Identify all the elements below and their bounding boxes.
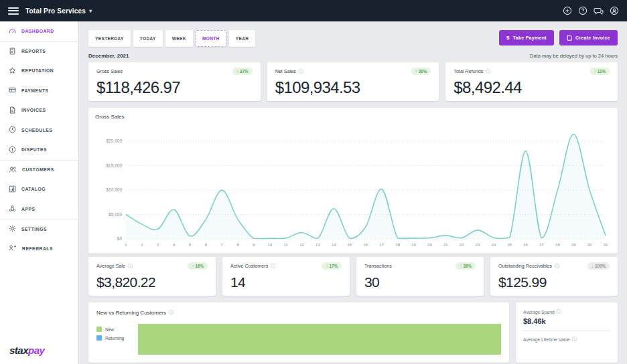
customers-bar-track xyxy=(138,324,501,355)
tab-yesterday[interactable]: Yesterday xyxy=(88,30,131,47)
gross-sales-chart: $0$5,000$10,000$15,000$20,00012345678910… xyxy=(95,121,611,250)
trend-badge: ↑ 11% xyxy=(590,68,610,75)
stat-label: Outstanding Receivables xyxy=(498,263,552,269)
data-delay-note: Data may be delayed by up to 24 hours xyxy=(530,53,618,59)
svg-text:19: 19 xyxy=(411,243,416,247)
sidebar-item-disputes[interactable]: Disputes xyxy=(0,140,78,160)
avg-spend-label: Average Spend xyxy=(523,310,555,314)
gross-sales-card: Gross Sales ↑ 37% $118,426.97 xyxy=(88,62,261,101)
net-sales-card: Net Sales ⓘ ↑ 30% $109,934.53 xyxy=(267,62,439,101)
sidebar-item-catalog[interactable]: Catalog xyxy=(0,179,78,199)
bottom-row: New vs Returning Customers ⓘ New Returni… xyxy=(88,302,618,363)
sidebar-item-apps[interactable]: Apps xyxy=(0,199,78,219)
returning-swatch xyxy=(96,335,102,341)
referrals-icon xyxy=(9,244,17,252)
main-content: Yesterday Today Week Month Year $ Take P… xyxy=(79,21,627,364)
new-vs-returning-card: New vs Returning Customers ⓘ New Returni… xyxy=(88,302,509,363)
svg-text:2: 2 xyxy=(141,243,143,247)
stat-label: Average Sale xyxy=(96,263,125,269)
legend: New Returning xyxy=(96,324,138,355)
svg-text:20: 20 xyxy=(427,243,432,247)
company-selector[interactable]: Total Pro Services ▾ xyxy=(25,7,92,15)
stat-label: Total Refunds xyxy=(454,68,483,74)
sidebar-item-settings[interactable]: Settings xyxy=(0,219,78,239)
svg-text:25: 25 xyxy=(507,243,512,247)
chevron-down-icon: ▾ xyxy=(89,8,92,14)
chart-title: Gross Sales xyxy=(95,114,611,120)
sidebar: Dashboard Reports Reputation Payments In… xyxy=(0,21,79,364)
info-icon[interactable]: ⓘ xyxy=(299,68,303,75)
sidebar-item-referrals[interactable]: Referrals xyxy=(0,239,78,259)
svg-text:$15,000: $15,000 xyxy=(107,163,123,168)
stat-label: Net Sales xyxy=(275,68,296,74)
add-icon[interactable] xyxy=(563,6,572,15)
trend-badge: ↓ 100% xyxy=(587,262,610,270)
dashboard-icon xyxy=(9,27,16,35)
total-refunds-card: Total Refunds ⓘ ↑ 11% $8,492.44 xyxy=(445,62,618,101)
gear-icon xyxy=(9,225,16,233)
svg-text:22: 22 xyxy=(460,243,464,247)
tab-year[interactable]: Year xyxy=(229,30,256,47)
info-icon[interactable]: ⓘ xyxy=(271,263,275,270)
sidebar-item-dashboard[interactable]: Dashboard xyxy=(0,21,78,41)
svg-text:26: 26 xyxy=(523,243,528,247)
tab-week[interactable]: Week xyxy=(165,30,193,47)
avg-spend-value: $8.46k xyxy=(523,317,610,325)
stat-value: $118,426.97 xyxy=(96,78,253,97)
svg-text:10: 10 xyxy=(267,243,272,247)
bottom-stats-row: Average Sale ⓘ ↑ 16% $3,820.22 Active Cu… xyxy=(88,257,618,296)
sidebar-item-reputation[interactable]: Reputation xyxy=(0,61,78,81)
svg-text:21: 21 xyxy=(443,243,448,247)
sidebar-item-payments[interactable]: Payments xyxy=(0,81,78,101)
top-stats-row: Gross Sales ↑ 37% $118,426.97 Net Sales … xyxy=(88,62,618,101)
stat-value: 14 xyxy=(230,274,342,290)
svg-text:28: 28 xyxy=(555,243,560,247)
info-icon[interactable]: ⓘ xyxy=(555,263,559,270)
take-payment-button[interactable]: $ Take Payment xyxy=(499,30,554,46)
trend-badge: ↑ 36% xyxy=(456,262,476,270)
chat-icon[interactable] xyxy=(594,6,604,15)
stat-label: Active Customers xyxy=(230,263,268,269)
reports-icon xyxy=(9,48,16,56)
svg-text:30: 30 xyxy=(587,243,592,247)
stat-label: Transactions xyxy=(364,263,392,269)
active-customers-card: Active Customers ⓘ ↑ 17% 14 xyxy=(222,257,350,296)
svg-text:14: 14 xyxy=(332,243,336,247)
info-icon[interactable]: ⓘ xyxy=(169,309,173,316)
trend-badge: ↑ 16% xyxy=(188,262,208,270)
tab-month[interactable]: Month xyxy=(196,30,226,47)
legend-label-new: New xyxy=(105,327,114,332)
clock-icon xyxy=(9,126,16,134)
catalog-icon xyxy=(9,185,16,193)
info-icon[interactable]: ⓘ xyxy=(486,68,490,75)
invoices-icon xyxy=(9,106,16,114)
svg-text:7: 7 xyxy=(221,243,224,247)
date-range-tabs: Yesterday Today Week Month Year xyxy=(88,30,255,47)
avg-lifetime-value-label: Average Lifetime Value xyxy=(523,337,570,342)
sidebar-item-reports[interactable]: Reports xyxy=(0,41,78,62)
sidebar-item-schedules[interactable]: Schedules xyxy=(0,120,78,141)
trend-badge: ↑ 37% xyxy=(232,68,253,75)
dollar-icon: $ xyxy=(506,35,510,41)
info-icon[interactable]: ⓘ xyxy=(557,308,561,315)
svg-text:6: 6 xyxy=(205,243,208,247)
account-icon[interactable] xyxy=(610,6,619,15)
help-icon[interactable] xyxy=(578,6,587,15)
svg-text:11: 11 xyxy=(284,243,289,247)
period-label: December, 2021 xyxy=(88,53,129,59)
new-swatch xyxy=(96,327,102,332)
info-icon[interactable]: ⓘ xyxy=(572,336,577,343)
svg-text:29: 29 xyxy=(571,243,576,247)
stat-value: $8,492.44 xyxy=(454,78,610,97)
menu-icon[interactable] xyxy=(8,7,19,15)
sidebar-item-invoices[interactable]: Invoices xyxy=(0,100,78,120)
create-invoice-button[interactable]: Create Invoice xyxy=(559,30,618,46)
sidebar-item-customers[interactable]: Customers xyxy=(0,160,78,180)
svg-text:27: 27 xyxy=(539,243,544,247)
info-icon[interactable]: ⓘ xyxy=(128,263,133,270)
svg-text:23: 23 xyxy=(476,243,480,247)
invoice-icon xyxy=(567,35,572,41)
svg-text:15: 15 xyxy=(348,243,352,247)
tab-today[interactable]: Today xyxy=(133,30,163,47)
svg-text:9: 9 xyxy=(253,243,255,247)
